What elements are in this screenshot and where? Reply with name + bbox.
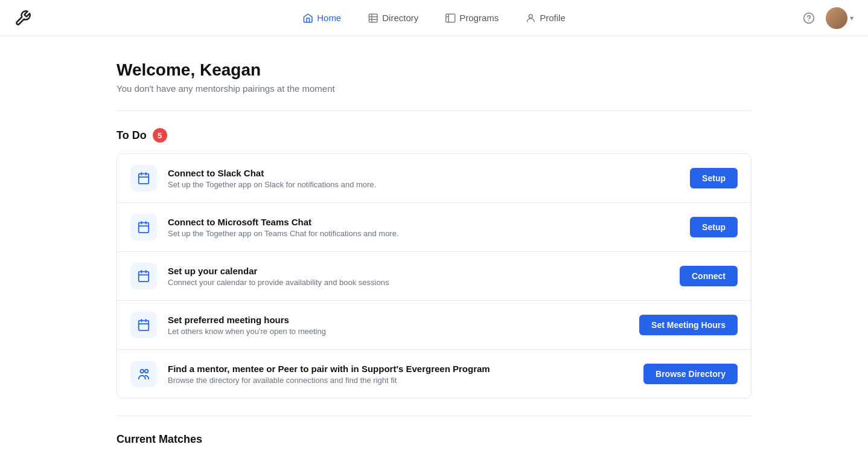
directory-icon xyxy=(368,13,378,24)
task-item-slack: Connect to Slack Chat Set up the Togethe… xyxy=(117,154,751,203)
task-item-meeting-hours: Set preferred meeting hours Let others k… xyxy=(117,301,751,350)
svg-rect-19 xyxy=(139,321,149,331)
task-btn-slack[interactable]: Setup xyxy=(690,168,738,188)
nav-directory-label: Directory xyxy=(382,13,418,23)
welcome-subtitle: You don't have any mentorship pairings a… xyxy=(116,83,752,94)
navbar: Home Directory Programs Profile xyxy=(0,0,868,36)
welcome-title: Welcome, Keagan xyxy=(116,60,752,80)
nav-programs-label: Programs xyxy=(459,13,499,23)
task-item-teams: Connect to Microsoft Teams Chat Set up t… xyxy=(117,203,751,252)
svg-rect-0 xyxy=(369,14,377,22)
svg-rect-1 xyxy=(446,14,455,22)
task-btn-meeting-hours[interactable]: Set Meeting Hours xyxy=(639,315,738,335)
nav-home[interactable]: Home xyxy=(292,8,352,28)
task-content-teams: Connect to Microsoft Teams Chat Set up t… xyxy=(168,217,679,238)
svg-rect-15 xyxy=(139,272,149,282)
task-title-meeting-hours: Set preferred meeting hours xyxy=(168,315,628,325)
user-avatar-wrapper[interactable]: ▾ xyxy=(826,7,854,29)
task-icon-slack xyxy=(130,165,157,191)
nav-directory[interactable]: Directory xyxy=(357,8,429,28)
logo[interactable] xyxy=(14,10,31,27)
task-title-find-mentor: Find a mentor, mentee or Peer to pair wi… xyxy=(168,364,633,374)
people-icon xyxy=(137,367,150,381)
svg-rect-7 xyxy=(139,174,149,184)
task-desc-teams: Set up the Together app on Teams Chat fo… xyxy=(168,229,679,238)
task-content-meeting-hours: Set preferred meeting hours Let others k… xyxy=(168,315,628,336)
divider xyxy=(116,111,752,111)
todo-badge: 5 xyxy=(153,128,167,143)
task-desc-calendar: Connect your calendar to provide availab… xyxy=(168,278,669,287)
logo-icon xyxy=(14,10,31,27)
task-content-slack: Connect to Slack Chat Set up the Togethe… xyxy=(168,168,679,189)
task-btn-teams[interactable]: Setup xyxy=(690,217,738,237)
task-content-find-mentor: Find a mentor, mentee or Peer to pair wi… xyxy=(168,364,633,385)
teams-calendar-icon xyxy=(137,220,150,234)
svg-point-23 xyxy=(141,370,144,373)
programs-icon xyxy=(445,13,456,24)
nav-profile-label: Profile xyxy=(540,13,566,23)
task-title-calendar: Set up your calendar xyxy=(168,266,669,276)
nav-right: ▾ xyxy=(799,7,854,29)
avatar xyxy=(826,7,847,29)
task-desc-meeting-hours: Let others know when you're open to meet… xyxy=(168,327,628,336)
profile-icon xyxy=(525,13,536,24)
task-title-slack: Connect to Slack Chat xyxy=(168,168,679,178)
task-icon-find-mentor xyxy=(130,361,157,387)
help-button[interactable] xyxy=(799,8,819,28)
task-desc-find-mentor: Browse the directory for available conne… xyxy=(168,376,633,385)
task-item-find-mentor: Find a mentor, mentee or Peer to pair wi… xyxy=(117,350,751,398)
todo-title: To Do xyxy=(116,129,147,142)
task-btn-browse-directory[interactable]: Browse Directory xyxy=(643,364,738,384)
svg-rect-11 xyxy=(139,223,149,233)
task-icon-teams xyxy=(130,214,157,240)
todo-section-header: To Do 5 xyxy=(116,128,752,143)
help-icon xyxy=(803,12,815,24)
task-icon-meeting-hours xyxy=(130,312,157,338)
current-matches-title: Current Matches xyxy=(116,433,752,446)
nav-profile[interactable]: Profile xyxy=(514,8,576,28)
task-desc-slack: Set up the Together app on Slack for not… xyxy=(168,180,679,189)
task-btn-calendar[interactable]: Connect xyxy=(680,266,738,286)
slack-calendar-icon xyxy=(137,172,150,185)
svg-point-4 xyxy=(529,14,532,18)
main-content: Welcome, Keagan You don't have any mento… xyxy=(102,36,766,476)
nav-links: Home Directory Programs Profile xyxy=(292,8,576,28)
calendar-icon xyxy=(137,269,150,283)
task-item-calendar: Set up your calendar Connect your calend… xyxy=(117,252,751,301)
svg-point-24 xyxy=(145,370,148,373)
chevron-down-icon: ▾ xyxy=(850,14,854,22)
task-content-calendar: Set up your calendar Connect your calend… xyxy=(168,266,669,287)
home-icon xyxy=(302,13,313,24)
task-icon-calendar xyxy=(130,263,157,289)
task-title-teams: Connect to Microsoft Teams Chat xyxy=(168,217,679,227)
nav-programs[interactable]: Programs xyxy=(434,8,509,28)
nav-home-label: Home xyxy=(317,13,341,23)
divider-matches xyxy=(116,416,752,416)
task-list: Connect to Slack Chat Set up the Togethe… xyxy=(116,153,752,399)
meeting-hours-calendar-icon xyxy=(137,318,150,332)
